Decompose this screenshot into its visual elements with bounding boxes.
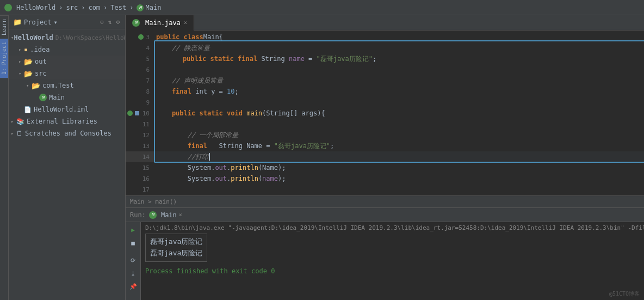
tree-label-ext-lib: External Libraries [27, 118, 97, 125]
tree-label-out: out [35, 58, 47, 65]
panel-dropdown-icon[interactable]: ▾ [54, 19, 58, 26]
arrow-idea [18, 47, 24, 52]
title-main: M Main [137, 3, 161, 12]
folder-icon-src: 📂 [24, 70, 33, 78]
tab-main-java[interactable]: M Main.java × [126, 15, 194, 30]
panel-add-icon[interactable]: ⊕ [99, 18, 105, 26]
run-play-button[interactable]: ▶ [128, 224, 139, 235]
code-editor[interactable]: 3 4 5 6 7 8 9 10 11 12 13 14 [126, 30, 644, 195]
line-num-9: 9 [126, 97, 154, 108]
run-tab-close[interactable]: × [179, 212, 182, 218]
tree-label-main: Main [49, 94, 65, 101]
panel-sync-icon[interactable]: ⇅ [107, 18, 113, 26]
java-icon-main: M [39, 94, 47, 101]
run-tab-main[interactable]: M Main × [149, 211, 182, 219]
app-icon [4, 4, 12, 11]
code-line-13: final String Name = "磊哥java历险记"; [154, 140, 644, 151]
folder-icon: 📁 [13, 18, 22, 26]
line-num-7: 7 [126, 75, 154, 86]
run-tab-label: Main [161, 211, 177, 219]
run-tab-icon: M [149, 211, 157, 219]
run-panel-body: ▶ ■ ⟳ ⤓ 📌 D:\jdk1.8\bin\java.exe "-javaa… [126, 222, 644, 300]
line-num-5: 5 [126, 53, 154, 64]
run-exit-message: Process finished with exit code 0 [145, 267, 644, 275]
tree-label-scratches: Scratches and Consoles [25, 130, 112, 137]
tree-item-main[interactable]: M Main [9, 91, 125, 103]
line-num-8: 8 [126, 86, 154, 97]
tree-item-idea[interactable]: ▪ .idea [9, 44, 125, 56]
line-num-16: 16 [126, 173, 154, 184]
run-stop-button[interactable]: ■ [128, 237, 139, 248]
run-command-line: D:\jdk1.8\bin\java.exe "-javaagent:D:\id… [145, 224, 644, 231]
title-bar: HelloWorld › src › com › Test › M Main [0, 0, 644, 15]
tree-item-src[interactable]: 📂 src [9, 68, 125, 79]
editor-breadcrumb: Main > main() [126, 195, 644, 207]
arrow-src [18, 71, 24, 76]
title-breadcrumb: HelloWorld › src › com › Test › M Main [16, 3, 161, 12]
tree-item-helloworld[interactable]: HelloWorld D:\WorkSpaces\HelloWorld [9, 32, 125, 44]
tree-label-helloworld: HelloWorld [14, 34, 53, 41]
tree-item-out[interactable]: 📂 out [9, 56, 125, 68]
code-line-5: public static final String name = "磊哥jav… [154, 53, 644, 64]
line-num-11: 11 [126, 119, 154, 130]
sidebar-label-project[interactable]: 1: Project [0, 39, 8, 78]
run-indicator-10[interactable] [127, 111, 133, 116]
run-scroll-end-button[interactable]: ⤓ [128, 268, 139, 279]
text-cursor [209, 153, 210, 161]
run-pin-button[interactable]: 📌 [128, 281, 139, 292]
line-num-4: 4 [126, 42, 154, 53]
sidebar-label-learn[interactable]: Learn [0, 15, 8, 39]
run-output: D:\jdk1.8\bin\java.exe "-javaagent:D:\id… [141, 222, 644, 300]
tree-path-helloworld: D:\WorkSpaces\HelloWorld [55, 34, 125, 41]
run-rerun-button[interactable]: ⟳ [128, 255, 139, 266]
editor-area: M Main.java × 3 4 5 6 7 8 9 [126, 15, 644, 300]
title-com: com [88, 4, 100, 11]
tree-item-com-test[interactable]: 📂 com.Test [9, 79, 125, 91]
arrow-ext-lib [11, 119, 16, 124]
tab-close-icon[interactable]: × [184, 20, 187, 26]
code-line-9 [154, 97, 644, 108]
run-output-line-2: 磊哥java历险记 [150, 248, 202, 259]
panel-header: 📁 Project ▾ ⊕ ⇅ ⚙ [9, 15, 125, 29]
tree-item-scratches[interactable]: 🗒 Scratches and Consoles [9, 127, 125, 139]
line-num-6: 6 [126, 64, 154, 75]
tab-label: Main.java [145, 19, 181, 27]
tree-item-ext-lib[interactable]: 📚 External Libraries [9, 115, 125, 127]
code-content[interactable]: public class Main{ // 静态常量 public static… [154, 30, 644, 195]
line-num-3: 3 [126, 32, 154, 42]
run-label: Run: [130, 211, 146, 219]
code-line-12: // 一个局部常量 [154, 130, 644, 140]
code-line-6 [154, 64, 644, 75]
project-tree: HelloWorld D:\WorkSpaces\HelloWorld ▪ .i… [9, 29, 125, 300]
panel-title-text: Project [24, 19, 52, 26]
panel-title: 📁 Project ▾ [13, 18, 58, 26]
line-num-12: 12 [126, 130, 154, 140]
panel-actions: ⊕ ⇅ ⚙ [99, 18, 121, 26]
line-numbers: 3 4 5 6 7 8 9 10 11 12 13 14 [126, 30, 154, 195]
run-left-controls: ▶ ■ ⟳ ⤓ 📌 [126, 222, 141, 300]
watermark: @51CTO博客 [609, 290, 640, 298]
code-line-3: public class Main{ [154, 32, 644, 42]
code-line-8: final int y = 10; [154, 86, 644, 97]
arrow-scratches [11, 131, 16, 136]
tree-label-idea: .idea [30, 46, 49, 53]
title-src: src [66, 4, 78, 11]
code-line-16: System.out.println(name); [154, 173, 644, 184]
project-panel: 📁 Project ▾ ⊕ ⇅ ⚙ HelloWorld D:\WorkSpac… [9, 15, 126, 300]
run-output-box: 磊哥java历险记 磊哥java历险记 [145, 234, 207, 262]
folder-icon-idea: ▪ [24, 46, 28, 53]
tree-item-iml[interactable]: 📄 HelloWorld.iml [9, 103, 125, 115]
code-line-11 [154, 119, 644, 130]
line-num-14: 14 [126, 151, 154, 162]
panel-settings-icon[interactable]: ⚙ [115, 18, 121, 26]
line-num-15: 15 [126, 162, 154, 173]
folder-icon-com-test: 📂 [32, 82, 40, 90]
run-panel: Run: M Main × ▶ ■ ⟳ ⤓ 📌 D:\jdk [126, 207, 644, 300]
scratch-icon: 🗒 [16, 130, 23, 137]
arrow-com-test [26, 83, 32, 88]
run-indicator-3[interactable] [138, 34, 144, 40]
arrow-out [18, 59, 24, 64]
code-line-14: //打印 [154, 151, 644, 162]
tree-label-iml: HelloWorld.iml [34, 106, 89, 113]
tree-label-com-test: com.Test [42, 82, 74, 89]
